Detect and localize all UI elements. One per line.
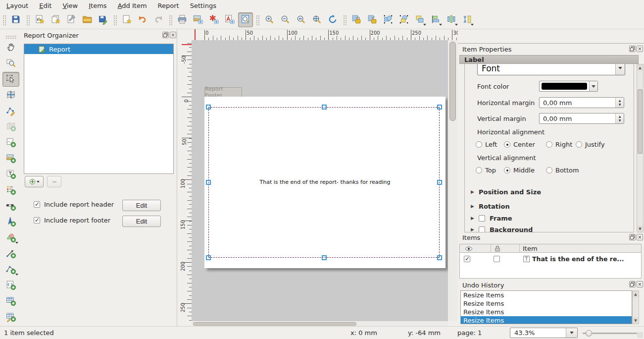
- vertical-alignment-radio-top[interactable]: Top: [476, 167, 496, 174]
- page-viewport[interactable]: Report Footer That is the end of the rep…: [192, 40, 448, 321]
- table-row[interactable]: T That is the end of the re...: [460, 254, 641, 264]
- menu-items[interactable]: Items: [83, 1, 112, 10]
- spinner-arrows-icon[interactable]: ▲▼: [615, 113, 624, 123]
- vertical-alignment-radio-middle[interactable]: Middle: [504, 167, 535, 174]
- add-3d-map-button[interactable]: [2, 135, 19, 150]
- duplicate-layout-button[interactable]: [48, 12, 63, 27]
- menu-layout[interactable]: Layout: [1, 1, 34, 10]
- undo-button[interactable]: [135, 12, 150, 27]
- item-properties-scrollbar[interactable]: ▲ ▼: [637, 64, 644, 232]
- close-panel-icon[interactable]: ×: [637, 281, 643, 287]
- frame-checkbox[interactable]: [479, 215, 485, 222]
- include-report-footer-checkbox[interactable]: [34, 217, 40, 224]
- edit-header-button[interactable]: Edit: [122, 200, 161, 211]
- resize-handle-n[interactable]: [322, 105, 327, 110]
- add-fixed-table-button[interactable]: [2, 310, 19, 325]
- expand-triangle-icon[interactable]: ▶: [471, 189, 474, 194]
- vertical-alignment-radio-bottom[interactable]: Bottom: [546, 167, 579, 174]
- save-as-template-button[interactable]: [96, 12, 110, 27]
- resize-handle-se[interactable]: [437, 255, 442, 260]
- add-pages-button[interactable]: [119, 12, 134, 27]
- menu-edit[interactable]: Edit: [34, 1, 57, 10]
- zoom-button[interactable]: [2, 56, 19, 71]
- float-panel-icon[interactable]: [629, 46, 636, 52]
- section-frame[interactable]: ▶Frame: [465, 213, 634, 224]
- zoom-slider-handle[interactable]: [586, 330, 592, 337]
- resize-handle-nw[interactable]: [206, 105, 211, 110]
- vertical-margin-spinbox[interactable]: 0,00 mm ▲▼: [539, 113, 624, 124]
- font-color-button[interactable]: [539, 81, 598, 92]
- report-page[interactable]: That is the end of the report- thanks fo…: [204, 97, 446, 268]
- menu-report[interactable]: Report: [152, 1, 185, 10]
- zoom-actual-button[interactable]: [294, 12, 308, 27]
- zoom-out-button[interactable]: [278, 12, 293, 27]
- close-panel-icon[interactable]: ×: [170, 32, 176, 38]
- zoom-in-button[interactable]: [262, 12, 277, 27]
- add-north-arrow-button[interactable]: [2, 215, 19, 229]
- menu-add-item[interactable]: Add Item: [112, 1, 152, 10]
- close-panel-icon[interactable]: ×: [637, 234, 643, 240]
- background-checkbox[interactable]: [479, 226, 485, 233]
- item-locked-checkbox[interactable]: [494, 256, 500, 262]
- distribute-items-button[interactable]: [444, 12, 459, 27]
- font-dropdown[interactable]: Font: [477, 64, 625, 75]
- undo-history-scrollbar[interactable]: ▲ ▼: [632, 290, 639, 324]
- items-table[interactable]: T That is the end of the re...: [459, 253, 642, 279]
- horizontal-alignment-radio-right[interactable]: Right: [546, 141, 572, 148]
- zoom-level-combobox[interactable]: 43.3%: [510, 328, 578, 338]
- load-template-button[interactable]: [80, 12, 95, 27]
- save-layout-button[interactable]: [8, 12, 23, 27]
- expand-triangle-icon[interactable]: ▶: [471, 216, 474, 221]
- resize-handle-ne[interactable]: [437, 105, 442, 110]
- canvas-horizontal-scrollbar[interactable]: [192, 321, 448, 326]
- layout-manager-button[interactable]: [64, 12, 79, 27]
- resize-handle-sw[interactable]: [206, 255, 211, 260]
- edit-footer-button[interactable]: Edit: [122, 216, 161, 227]
- preview-zoom-button[interactable]: [238, 12, 253, 27]
- undo-history-list[interactable]: Resize ItemsResize ItemsResize ItemsResi…: [460, 290, 632, 324]
- horizontal-alignment-radio-left[interactable]: Left: [476, 141, 497, 148]
- float-panel-icon[interactable]: [629, 234, 636, 240]
- export-pdf-button[interactable]: [222, 12, 237, 27]
- add-scalebar-button[interactable]: [2, 199, 19, 214]
- lock-items-button[interactable]: [349, 12, 364, 27]
- unlock-items-button[interactable]: [365, 12, 380, 27]
- align-items-button[interactable]: [428, 12, 443, 27]
- new-layout-button[interactable]: [32, 12, 47, 27]
- item-visible-checkbox[interactable]: [464, 256, 470, 262]
- include-report-header-checkbox[interactable]: [34, 201, 40, 208]
- add-section-button[interactable]: [25, 176, 44, 187]
- add-legend-button[interactable]: [2, 183, 19, 198]
- add-picture-button[interactable]: [2, 151, 19, 166]
- section-position-and-size[interactable]: ▶Position and Size: [465, 186, 634, 197]
- undo-history-entry[interactable]: Resize Items: [461, 291, 632, 299]
- resize-items-button[interactable]: [460, 12, 475, 27]
- add-node-item-button[interactable]: [2, 262, 19, 277]
- menu-view[interactable]: View: [57, 1, 83, 10]
- undo-history-entry[interactable]: Resize Items: [461, 299, 632, 308]
- close-panel-icon[interactable]: ×: [637, 46, 643, 52]
- export-image-button[interactable]: [191, 12, 205, 27]
- undo-history-entry[interactable]: Resize Items: [461, 308, 632, 316]
- report-tree-item[interactable]: Report: [24, 44, 173, 54]
- selected-label-item[interactable]: [208, 107, 440, 258]
- horizontal-alignment-radio-justify[interactable]: Justify: [576, 141, 605, 148]
- resize-handle-w[interactable]: [206, 180, 211, 185]
- expand-triangle-icon[interactable]: ▶: [471, 204, 474, 209]
- refresh-view-button[interactable]: [325, 12, 340, 27]
- move-item-content-button[interactable]: [2, 88, 19, 103]
- pan-button[interactable]: [2, 40, 19, 55]
- undo-history-entry[interactable]: Resize Items: [461, 316, 632, 324]
- report-tree[interactable]: Report: [24, 44, 174, 174]
- section-background[interactable]: ▶Background: [465, 224, 634, 232]
- zoom-slider[interactable]: [583, 327, 637, 339]
- print-button[interactable]: [175, 12, 190, 27]
- add-label-button[interactable]: [2, 167, 19, 182]
- raise-items-button[interactable]: [412, 12, 427, 27]
- remove-section-button[interactable]: [47, 176, 61, 187]
- add-arrow-button[interactable]: [2, 246, 19, 261]
- resize-handle-s[interactable]: [322, 255, 327, 260]
- horizontal-margin-spinbox[interactable]: 0,00 mm ▲▼: [539, 97, 624, 108]
- select-move-item-button[interactable]: [2, 72, 19, 87]
- zoom-full-button[interactable]: [309, 12, 324, 27]
